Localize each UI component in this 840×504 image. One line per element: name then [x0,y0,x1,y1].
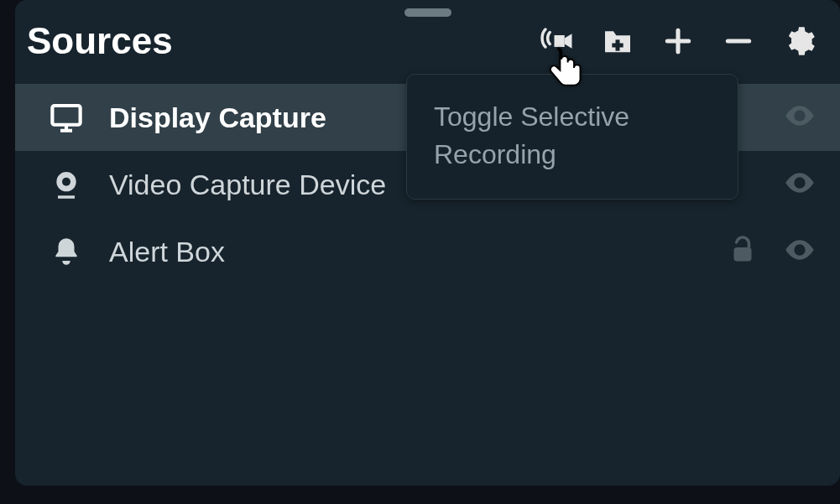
minus-icon [723,25,754,57]
bell-icon [49,234,84,269]
settings-button[interactable] [781,23,817,59]
source-actions [783,101,817,134]
panel-title: Sources [27,20,173,62]
toolbar [540,23,817,59]
visibility-toggle[interactable] [783,101,817,134]
unlock-icon [728,235,758,268]
tooltip-selective-recording: Toggle Selective Recording [406,74,738,200]
folder-plus-icon [601,24,634,58]
add-source-button[interactable] [660,23,696,59]
svg-rect-2 [52,106,80,125]
drag-handle[interactable] [404,8,451,17]
broadcast-camera-icon [540,23,575,59]
plus-icon [662,25,694,57]
tooltip-text: Toggle Selective Recording [434,101,629,169]
gear-icon [782,24,816,58]
lock-toggle[interactable] [726,235,759,268]
eye-icon [783,233,817,270]
source-actions [726,235,817,268]
sources-panel: Sources [15,0,840,486]
monitor-icon [49,100,84,135]
webcam-icon [49,167,84,202]
source-label: Alert Box [109,236,701,268]
visibility-toggle[interactable] [783,235,817,268]
source-row-alert-box[interactable]: Alert Box [15,218,840,285]
eye-icon [783,99,817,136]
source-actions [783,168,817,201]
svg-rect-5 [734,247,752,262]
toggle-selective-recording-button[interactable] [540,23,575,59]
svg-point-4 [62,178,70,186]
remove-source-button[interactable] [721,23,756,59]
visibility-toggle[interactable] [783,168,817,201]
add-folder-button[interactable] [600,23,635,59]
svg-rect-1 [612,44,623,48]
eye-icon [783,166,817,203]
